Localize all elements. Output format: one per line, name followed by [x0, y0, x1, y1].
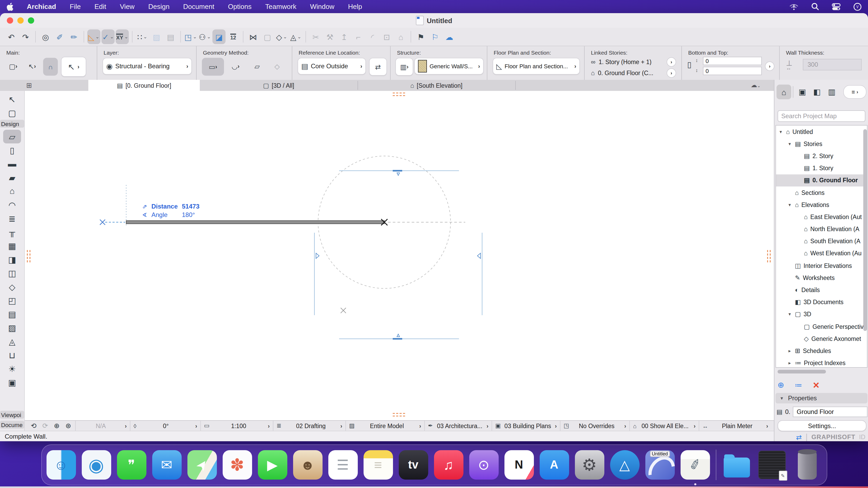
guide-lines-button-chevron[interactable]: ⌄ — [95, 34, 99, 39]
pen-set-control[interactable]: ✒03 Architectura...› — [424, 421, 492, 431]
graphic-overrides-control[interactable]: ◳No Overrides› — [560, 421, 629, 431]
layer-combination-chevron[interactable]: › — [340, 423, 342, 429]
tree-item-3d-documents[interactable]: ◧3D Documents — [776, 296, 867, 308]
3d-cutaway-button[interactable]: ◇⌄ — [275, 29, 288, 44]
clock-icon[interactable]: V — [853, 2, 862, 11]
reference-line-selector[interactable]: ▤ Core Outside › — [298, 58, 366, 74]
view-map-icon[interactable]: ▣ — [795, 85, 810, 99]
menu-item-teamwork[interactable]: Teamwork — [258, 0, 303, 13]
layout-book-icon[interactable]: ◧ — [810, 85, 824, 99]
tree-item-generic-axonomet[interactable]: ◇Generic Axonomet — [776, 332, 867, 345]
reminders-dock-icon[interactable]: ☰ — [328, 450, 358, 480]
split-view-icon[interactable]: ⊞ — [26, 82, 32, 89]
search-input[interactable]: Search Project Map — [778, 110, 865, 122]
floor-plan-display-selector[interactable]: ◺ Floor Plan and Section... › — [493, 58, 580, 74]
bottom-offset-stepper[interactable]: ↕ — [695, 68, 698, 73]
item-settings-button[interactable]: ≔ — [795, 381, 802, 389]
trace-reference-button-chevron[interactable]: ⌄ — [193, 34, 197, 39]
scale-control[interactable]: ▭1:100› — [200, 421, 273, 431]
settings-button[interactable]: Settings... — [778, 420, 866, 431]
menu-item-edit[interactable]: Edit — [88, 0, 113, 13]
wifi-alert-icon[interactable] — [789, 3, 799, 10]
mail-dock-icon[interactable]: ✉ — [152, 450, 181, 480]
tree-item-east-elevation-aut[interactable]: ⌂East Elevation (Aut — [776, 211, 867, 223]
menu-item-view[interactable]: View — [113, 0, 142, 13]
partial-structure-display-control[interactable]: ▨Entire Model› — [345, 421, 424, 431]
tree-item-3d[interactable]: ▾▢3D — [776, 308, 867, 320]
top-link-chevron[interactable]: › — [666, 57, 676, 67]
renovation-filter-chevron[interactable]: › — [694, 423, 695, 429]
scrollbar-thumb[interactable] — [778, 370, 826, 373]
menu-item-file[interactable]: File — [63, 0, 88, 13]
podcasts-dock-icon[interactable]: ⊙ — [469, 450, 498, 480]
arrow-tool-button[interactable]: ↖› — [61, 57, 86, 77]
tree-chevron-icon[interactable]: ▾ — [778, 129, 783, 134]
polygon-wall-method-button[interactable]: ◇ — [268, 58, 286, 74]
scrollbar-thumb[interactable] — [863, 129, 867, 331]
top-offset-field[interactable]: 0 — [703, 57, 762, 65]
tracker-button-chevron[interactable]: ⌄ — [124, 34, 128, 39]
project-map-icon[interactable]: ⌂ — [777, 85, 791, 99]
snap-guides-button-chevron[interactable]: ⌄ — [110, 34, 114, 39]
shell-tool[interactable]: ◠ — [3, 198, 21, 212]
bottom-link-chevron[interactable]: › — [666, 68, 676, 78]
building-material-selector[interactable]: Generic Wall/S... › — [414, 58, 484, 74]
search-icon[interactable] — [811, 3, 819, 10]
menu-item-help[interactable]: Help — [341, 0, 369, 13]
roof-tool[interactable]: ⌂ — [3, 184, 21, 198]
teamwork-cloud-button[interactable]: ☁ — [443, 29, 456, 44]
facetime-dock-icon[interactable]: ▶ — [258, 450, 287, 480]
bottom-offset-field[interactable]: 0 — [703, 67, 762, 75]
tab-3d-all[interactable]: ▢ [3D / All] — [200, 80, 358, 91]
slab-tool[interactable]: ▰ — [3, 171, 21, 184]
magnet-toggle-button[interactable]: ∩ — [43, 58, 58, 76]
menu-item-options[interactable]: Options — [221, 0, 258, 13]
railing-tool[interactable]: ╥ — [3, 225, 21, 239]
tree-item-elevations[interactable]: ▾⌂Elevations — [776, 199, 867, 210]
tab-south-elevation[interactable]: ⌂ [South Elevation] — [358, 80, 515, 91]
tree-item-generic-perspectiv[interactable]: ▢Generic Perspectiv — [776, 320, 867, 332]
tv-dock-icon[interactable]: tv — [399, 450, 428, 480]
tree-item-sections[interactable]: ⌂Sections — [776, 187, 867, 199]
tree-item-worksheets[interactable]: ✎Worksheets — [776, 272, 867, 284]
tree-item-schedules[interactable]: ▸⊞Schedules — [776, 345, 867, 357]
wall-segment[interactable] — [126, 221, 384, 224]
system-settings-dock-icon[interactable]: ⚙ — [575, 450, 604, 480]
fit-in-window-button[interactable]: ⊛ — [63, 421, 74, 430]
tab-ground-floor[interactable]: ▤ [0. Ground Floor] — [88, 80, 200, 91]
scale-chevron[interactable]: › — [268, 423, 270, 429]
pick-up-parameters-button[interactable]: ✐ — [53, 29, 66, 44]
stair-tool[interactable]: ≣ — [3, 212, 21, 225]
minimized-window-dock-icon[interactable] — [757, 450, 786, 480]
equipment-tool[interactable]: ▣ — [3, 376, 21, 389]
graphic-overrides-chevron[interactable]: › — [624, 423, 626, 429]
control-center-icon[interactable] — [832, 3, 841, 10]
menu-item-window[interactable]: Window — [303, 0, 341, 13]
distance-value[interactable]: 51473 — [182, 202, 199, 210]
curtain-wall-tool[interactable]: ▦ — [3, 239, 21, 253]
tree-item-untitled[interactable]: ▾⌂Untitled — [776, 126, 867, 138]
layer-selector[interactable]: ◉ Structural - Bearing › — [102, 58, 192, 74]
music-dock-icon[interactable]: ♫ — [434, 450, 463, 480]
finder-dock-icon[interactable]: ☺ — [46, 450, 76, 480]
tree-horizontal-scrollbar[interactable] — [777, 370, 865, 373]
tree-item-west-elevation-au[interactable]: ⌂West Elevation (Au — [776, 248, 867, 260]
lamp-tool[interactable]: ☀ — [3, 362, 21, 376]
zoom-in-button[interactable]: ⊕ — [51, 421, 63, 430]
3d-cutaway-button-chevron[interactable]: ⌄ — [283, 34, 287, 39]
dimension-style-control[interactable]: ↔Plain Meter› — [699, 421, 771, 431]
skylight-tool[interactable]: ◇ — [3, 280, 21, 294]
flip-reference-button[interactable]: ⇄ — [369, 58, 387, 76]
model-view-options-chevron[interactable]: › — [555, 423, 557, 429]
safari-dock-icon[interactable]: ◉ — [82, 450, 111, 480]
archicad-dock-icon[interactable]: △ — [610, 450, 639, 480]
snap-guides-button[interactable]: ✓⌄ — [101, 29, 115, 44]
beam-tool[interactable]: ▬ — [3, 157, 21, 171]
archicad-window-dock-icon[interactable]: Untitled — [645, 450, 675, 480]
partial-structure-display-chevron[interactable]: › — [419, 423, 421, 429]
opening-tool[interactable]: ◰ — [3, 294, 21, 307]
door-tool[interactable]: ◨ — [3, 253, 21, 266]
floor-plan-canvas[interactable]: ⇗ Distance 51473 ∢ Angle 180° — [25, 91, 774, 420]
morph-tool[interactable]: ◬ — [3, 335, 21, 348]
undo-button[interactable]: ↶ — [5, 29, 18, 44]
